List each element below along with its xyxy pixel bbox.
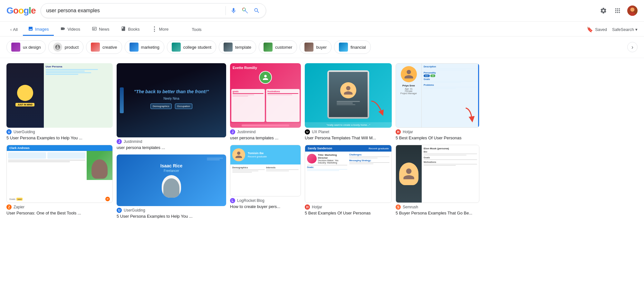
- chip-financial-label: financial: [351, 45, 366, 50]
- source-name-userguiding-1: UserGuiding: [14, 130, 35, 134]
- card-source-ux-planet: U UX Planet: [305, 129, 392, 134]
- card-title-hotjar-sandy: 5 Best Examples Of User Personas: [305, 210, 392, 216]
- tab-news[interactable]: News: [87, 24, 115, 36]
- card-title-hotjar-priya: 5 Best Examples Of User Personas: [396, 135, 479, 141]
- safesearch-label: SafeSearch: [612, 27, 634, 32]
- grid-column-4: "really want to create a lovely home..."…: [305, 63, 392, 219]
- source-name-userguiding-2: UserGuiding: [124, 208, 145, 213]
- result-card-hotjar-sandy[interactable]: Sandy Sanderson Recent graduate Title: M…: [305, 145, 392, 216]
- source-favicon-ux-planet: U: [305, 129, 310, 134]
- result-card-ux-planet[interactable]: "really want to create a lovely home..."…: [305, 63, 392, 141]
- chip-product-label: product: [65, 45, 79, 50]
- card-source-semrush: S Semrush: [396, 204, 479, 210]
- safesearch-arrow-icon: ▾: [635, 27, 638, 32]
- saved-label: Saved: [595, 27, 607, 32]
- card-source-hotjar-sandy: H Hotjar: [305, 204, 392, 210]
- source-name-hotjar-priya: Hotjar: [403, 130, 413, 134]
- header: Google: [0, 0, 644, 22]
- source-name-semrush: Semrush: [403, 205, 418, 209]
- card-title-userguiding-1: 5 User Persona Examples to Help You ...: [6, 135, 113, 141]
- chip-financial-thumbnail: [339, 43, 348, 52]
- all-tab[interactable]: ‹ All: [6, 25, 22, 35]
- card-title-justinmind-1: user persona templates ...: [117, 145, 226, 151]
- card-title-ux-planet: User Persona Templates That Will M...: [305, 135, 392, 141]
- avatar[interactable]: [627, 5, 638, 16]
- filter-next-arrow[interactable]: ›: [627, 42, 638, 52]
- source-favicon-logrocket: L: [230, 198, 235, 203]
- tools-button[interactable]: Tools: [188, 25, 205, 35]
- tab-videos-label: Videos: [67, 27, 80, 32]
- lens-icon[interactable]: [241, 7, 249, 15]
- more-dots-icon: ⋮: [151, 25, 157, 33]
- chip-creative-thumbnail: [91, 43, 100, 52]
- tab-books-label: Books: [128, 27, 139, 32]
- filter-chip-college-student[interactable]: college student: [167, 40, 216, 54]
- source-favicon-justinmind-1: J: [117, 139, 122, 144]
- tab-news-label: News: [99, 27, 110, 32]
- chip-marketing-thumbnail: [130, 43, 139, 52]
- card-title-logrocket: How to create buyer pers...: [230, 204, 301, 210]
- safesearch-button[interactable]: SafeSearch ▾: [612, 27, 638, 32]
- result-card-hotjar-priya[interactable]: Priya Sree Age: 31 Female Project Manage…: [396, 63, 479, 141]
- chip-product-thumbnail: [53, 43, 62, 52]
- result-card-semrush[interactable]: Elon Musk (persona) Bio Goals Motivation…: [396, 145, 479, 216]
- tab-images-label: Images: [35, 27, 49, 32]
- chip-college-student-thumbnail: [172, 43, 181, 52]
- image-grid: JUST IN MIND User Persona U UserGuiding: [0, 58, 644, 224]
- source-name-justinmind-2: Justinmind: [237, 130, 255, 134]
- mic-icon[interactable]: [230, 7, 237, 15]
- tab-videos[interactable]: Videos: [55, 24, 85, 36]
- result-card-logrocket[interactable]: Tomisin IbeRecent graduate Demographics …: [230, 145, 301, 210]
- tab-more[interactable]: ⋮ More: [146, 23, 174, 36]
- result-card-userguiding-1[interactable]: JUST IN MIND User Persona U UserGuiding: [6, 63, 113, 141]
- card-source-userguiding-1: U UserGuiding: [6, 129, 113, 134]
- search-button-icon[interactable]: [253, 7, 261, 15]
- svg-point-4: [244, 9, 245, 10]
- chip-college-student-label: college student: [183, 45, 211, 50]
- filter-chip-financial[interactable]: financial: [334, 40, 371, 54]
- chip-customer-label: customer: [275, 45, 292, 50]
- saved-button[interactable]: 🔖 Saved: [587, 26, 607, 33]
- source-name-hotjar-sandy: Hotjar: [312, 205, 322, 209]
- tab-images[interactable]: Images: [23, 24, 54, 36]
- search-icons: [226, 6, 261, 15]
- nav-bar: ‹ All Images Videos News Books ⋮ More To…: [0, 22, 644, 36]
- result-card-userguiding-2[interactable]: Isaac Rice Freelancer U UserGuiding 5 Us…: [117, 154, 226, 219]
- chip-buyer-thumbnail: [304, 43, 313, 52]
- result-card-zapier[interactable]: Clark Andrews: [6, 145, 113, 216]
- filter-chip-marketing[interactable]: marketing: [125, 40, 164, 54]
- settings-icon[interactable]: [599, 6, 608, 15]
- filter-chip-template[interactable]: template: [219, 40, 256, 54]
- images-icon: [28, 26, 33, 32]
- card-title-zapier: User Personas: One of the Best Tools ...: [6, 210, 113, 216]
- chip-customer-thumbnail: [264, 43, 273, 52]
- filter-chip-buyer[interactable]: buyer: [300, 40, 332, 54]
- filter-chip-ux-design[interactable]: ux design: [6, 40, 46, 54]
- source-name-justinmind-1: Justinmind: [124, 139, 142, 144]
- filter-chip-customer[interactable]: customer: [259, 40, 297, 54]
- chip-creative-label: creative: [102, 45, 117, 50]
- all-label: All: [13, 27, 17, 32]
- google-logo: Google: [6, 5, 35, 16]
- grid-column-1: JUST IN MIND User Persona U UserGuiding: [6, 63, 113, 219]
- next-arrow-icon: ›: [631, 44, 633, 51]
- source-favicon-justinmind-2: J: [230, 129, 235, 134]
- tab-books[interactable]: Books: [116, 24, 145, 36]
- search-input[interactable]: [46, 8, 222, 14]
- result-card-justinmind-2[interactable]: Evette Romilly goals fr: [230, 63, 301, 141]
- filter-bar: ux design product creative marketing col…: [0, 36, 644, 58]
- bookmark-icon: 🔖: [587, 26, 593, 33]
- filter-chip-creative[interactable]: creative: [86, 40, 122, 54]
- card-source-justinmind-1: J Justinmind: [117, 139, 226, 144]
- result-card-justinmind-1[interactable]: "The back to better than the front!" Nee…: [117, 63, 226, 151]
- google-apps-icon[interactable]: [613, 6, 622, 15]
- card-source-justinmind-2: J Justinmind: [230, 129, 301, 134]
- grid-column-2: "The back to better than the front!" Nee…: [117, 63, 226, 219]
- chip-buyer-label: buyer: [316, 45, 327, 50]
- card-source-userguiding-2: U UserGuiding: [117, 208, 226, 213]
- card-source-zapier: Z Zapier: [6, 204, 113, 210]
- source-favicon-userguiding-1: U: [6, 129, 12, 134]
- filter-chip-product[interactable]: product: [48, 40, 83, 54]
- svg-line-5: [245, 11, 248, 13]
- chip-template-thumbnail: [224, 43, 233, 52]
